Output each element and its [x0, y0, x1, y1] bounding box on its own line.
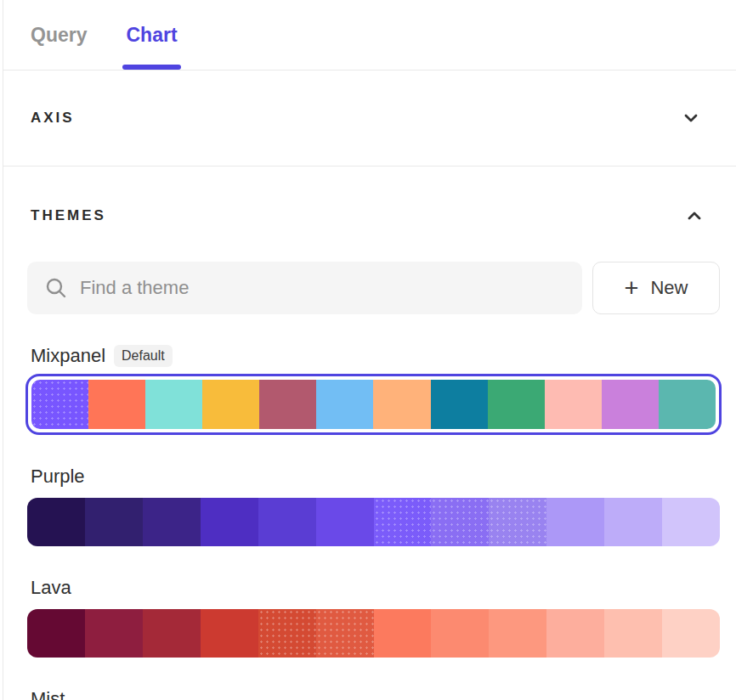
swatch — [316, 609, 374, 658]
swatch — [88, 380, 145, 429]
swatch — [373, 380, 430, 429]
theme-row-mist: Mist — [27, 686, 720, 700]
swatch — [546, 609, 604, 658]
swatch — [258, 498, 316, 546]
swatch — [431, 380, 488, 429]
search-input[interactable] — [80, 277, 567, 299]
swatch — [316, 498, 374, 546]
swatch — [604, 498, 662, 546]
swatch — [31, 380, 88, 429]
swatch — [145, 380, 202, 429]
swatch — [488, 380, 545, 429]
swatch — [431, 609, 489, 658]
theme-title-row: Lava — [31, 575, 720, 601]
swatch — [316, 380, 373, 429]
themes-section-header[interactable]: THEMES — [31, 206, 720, 226]
theme-name: Mist — [31, 686, 65, 700]
swatch — [489, 609, 546, 658]
swatch — [27, 498, 85, 546]
swatch — [602, 380, 659, 429]
swatch — [431, 498, 489, 546]
theme-name: Purple — [31, 464, 85, 489]
plus-icon: + — [625, 276, 639, 301]
theme-search-row: + New — [27, 262, 720, 314]
tab-chart[interactable]: Chart — [126, 0, 177, 70]
swatch — [545, 380, 602, 429]
default-badge: Default — [114, 345, 173, 367]
swatch — [202, 380, 259, 429]
theme-title-row: Purple — [31, 464, 720, 489]
themes-section: THEMES + New MixpanelDefaultPurpleLavaMi… — [3, 167, 736, 700]
swatch — [85, 498, 143, 546]
theme-row-mixpanel: MixpanelDefault — [27, 343, 720, 435]
tab-bar: Query Chart — [3, 0, 736, 71]
theme-search-box[interactable] — [27, 262, 582, 314]
swatch — [259, 380, 316, 429]
swatch — [604, 609, 662, 658]
chart-settings-panel: Query Chart AXIS THEMES + New — [3, 0, 736, 700]
swatch — [143, 498, 201, 546]
swatch — [489, 498, 546, 546]
swatch — [143, 609, 201, 658]
swatch — [201, 609, 258, 658]
theme-title-row: MixpanelDefault — [31, 343, 720, 369]
themes-section-title: THEMES — [31, 207, 106, 224]
swatch — [659, 380, 716, 429]
swatch — [201, 498, 258, 546]
swatch — [374, 609, 432, 658]
theme-palette-lava[interactable] — [27, 609, 720, 658]
theme-name: Lava — [31, 575, 71, 601]
theme-row-lava: Lava — [27, 575, 720, 658]
new-theme-button-label: New — [650, 277, 688, 299]
theme-title-row: Mist — [31, 686, 720, 700]
theme-name: Mixpanel — [31, 343, 105, 369]
swatch — [546, 498, 604, 546]
axis-section-header[interactable]: AXIS — [3, 71, 736, 167]
theme-row-purple: Purple — [27, 464, 720, 546]
chevron-up-icon[interactable] — [684, 206, 705, 226]
palette-strip — [27, 609, 720, 658]
theme-palette-purple[interactable] — [27, 498, 720, 546]
palette-strip — [31, 380, 716, 429]
axis-section-title: AXIS — [31, 110, 75, 127]
chevron-down-icon[interactable] — [681, 108, 701, 128]
swatch — [662, 498, 720, 546]
palette-strip — [27, 498, 720, 546]
search-icon — [44, 276, 68, 300]
swatch — [258, 609, 316, 658]
new-theme-button[interactable]: + New — [592, 262, 720, 314]
theme-palette-mixpanel[interactable] — [25, 374, 722, 435]
swatch — [27, 609, 85, 658]
swatch — [85, 609, 143, 658]
swatch — [374, 498, 432, 546]
tab-query[interactable]: Query — [31, 0, 87, 70]
swatch — [662, 609, 720, 658]
themes-list: MixpanelDefaultPurpleLavaMist — [27, 343, 720, 700]
